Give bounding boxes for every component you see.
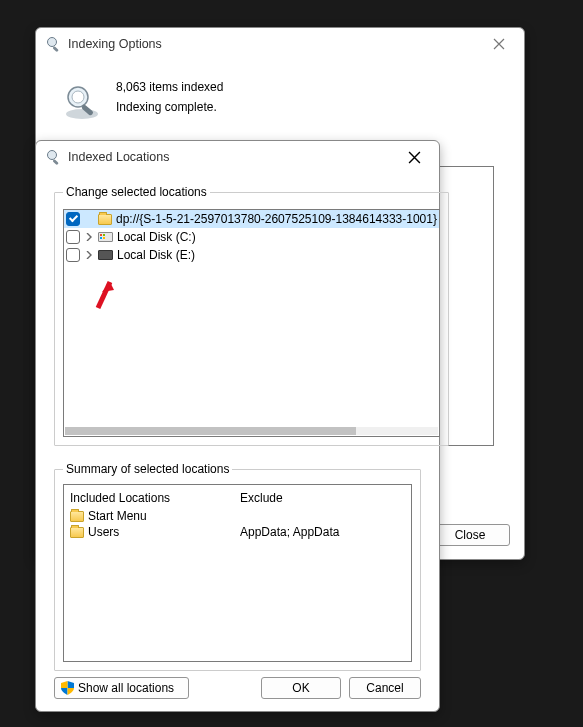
tree-row[interactable]: dp://{S-1-5-21-2597013780-2607525109-138…: [64, 210, 439, 228]
cancel-button[interactable]: Cancel: [349, 677, 421, 699]
indexing-options-icon: [46, 36, 62, 52]
locations-tree[interactable]: dp://{S-1-5-21-2597013780-2607525109-138…: [63, 209, 440, 437]
summary-listbox[interactable]: Included Locations Start MenuUsers Exclu…: [63, 484, 412, 662]
exclude-row: [240, 508, 405, 524]
window-title: Indexed Locations: [68, 150, 169, 164]
titlebar: Indexed Locations: [36, 141, 439, 173]
change-locations-group: Change selected locations dp://{S-1-5-21…: [54, 185, 449, 446]
close-icon[interactable]: [399, 147, 429, 167]
drive-icon: [98, 250, 113, 260]
tree-row[interactable]: Local Disk (C:): [64, 228, 439, 246]
tree-row[interactable]: Local Disk (E:): [64, 246, 439, 264]
included-row[interactable]: Users: [70, 524, 228, 540]
drive-icon: [98, 232, 113, 242]
close-icon[interactable]: [484, 34, 514, 54]
summary-group: Summary of selected locations Included L…: [54, 462, 421, 671]
tree-item-label: Local Disk (C:): [117, 230, 196, 244]
folder-icon: [70, 511, 84, 522]
location-checkbox[interactable]: [66, 248, 80, 262]
svg-point-0: [48, 38, 57, 47]
folder-icon: [98, 214, 112, 225]
tree-item-label: dp://{S-1-5-21-2597013780-2607525109-138…: [116, 212, 437, 226]
svg-point-4: [72, 91, 84, 103]
annotation-arrow: [92, 278, 122, 314]
svg-point-2: [66, 109, 98, 119]
indexing-status-text: Indexing complete.: [116, 100, 223, 114]
svg-rect-7: [53, 159, 59, 165]
included-header: Included Locations: [70, 491, 228, 505]
location-checkbox[interactable]: [66, 230, 80, 244]
shield-icon: [61, 681, 74, 695]
svg-rect-1: [53, 46, 59, 52]
included-row[interactable]: Start Menu: [70, 508, 228, 524]
included-label: Start Menu: [88, 509, 147, 523]
summary-legend: Summary of selected locations: [63, 462, 232, 476]
horizontal-scrollbar[interactable]: [65, 427, 438, 435]
items-indexed-text: 8,063 items indexed: [116, 80, 223, 94]
ok-button[interactable]: OK: [261, 677, 341, 699]
change-locations-legend: Change selected locations: [63, 185, 210, 199]
exclude-label: AppData; AppData: [240, 525, 339, 539]
chevron-right-icon[interactable]: [84, 232, 94, 242]
svg-point-6: [48, 151, 57, 160]
folder-icon: [70, 527, 84, 538]
exclude-row: AppData; AppData: [240, 524, 405, 540]
tree-item-label: Local Disk (E:): [117, 248, 195, 262]
magnifier-icon: [62, 82, 102, 122]
exclude-header: Exclude: [240, 491, 405, 505]
included-label: Users: [88, 525, 119, 539]
indexed-locations-window: Indexed Locations Change selected locati…: [35, 140, 440, 712]
indexed-locations-icon: [46, 149, 62, 165]
show-all-locations-button[interactable]: Show all locations: [54, 677, 189, 699]
location-checkbox[interactable]: [66, 212, 80, 226]
chevron-right-icon[interactable]: [84, 250, 94, 260]
close-button[interactable]: Close: [430, 524, 510, 546]
window-title: Indexing Options: [68, 37, 162, 51]
titlebar: Indexing Options: [36, 28, 524, 60]
